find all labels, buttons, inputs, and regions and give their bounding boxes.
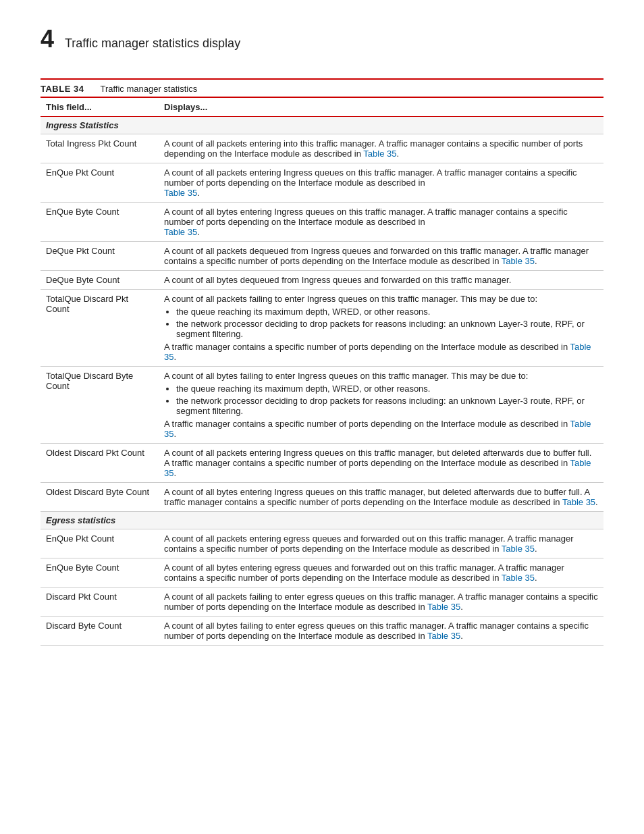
display-text: A count of all bytes failing to enter In… — [164, 371, 528, 381]
field-cell: Oldest Discard Pkt Count — [41, 444, 159, 483]
display-cell: A count of all bytes failing to enter In… — [159, 367, 603, 444]
field-cell: Total Ingress Pkt Count — [41, 134, 159, 163]
table-ref-link[interactable]: Table 35 — [502, 573, 535, 583]
bullet-item: the network processor deciding to drop p… — [176, 319, 598, 339]
table-row: Ingress Statistics — [41, 117, 603, 134]
table-label: TABLE 34 — [41, 84, 84, 94]
field-cell: TotalQue Discard Pkt Count — [41, 290, 159, 367]
field-cell: Oldest Discard Byte Count — [41, 483, 159, 512]
table-row: Oldest Discard Pkt CountA count of all p… — [41, 444, 603, 483]
table-ref-link[interactable]: Table 35 — [363, 149, 396, 159]
table-row: DeQue Pkt CountA count of all packets de… — [41, 242, 603, 271]
display-text: A count of all packets failing to enter … — [164, 294, 537, 304]
display-text: A count of all bytes entering Ingress qu… — [164, 487, 589, 507]
section-label: Ingress Statistics — [41, 117, 603, 134]
display-text: A count of all bytes dequeued from Ingre… — [164, 275, 511, 285]
table-row: EnQue Byte CountA count of all bytes ent… — [41, 203, 603, 242]
display-cell: A count of all bytes entering Ingress qu… — [159, 203, 603, 242]
section-label: Egress statistics — [41, 512, 603, 529]
table-label-row: TABLE 34 Traffic manager statistics — [41, 78, 603, 97]
display-cell: A count of all packets failing to enter … — [159, 290, 603, 367]
chapter-header: 4 Traffic manager statistics display — [41, 27, 603, 51]
table-ref-link[interactable]: Table 35 — [502, 544, 535, 554]
display-cell: A count of all packets dequeued from Ing… — [159, 242, 603, 271]
field-cell: Discard Byte Count — [41, 617, 159, 646]
field-cell: DeQue Byte Count — [41, 271, 159, 290]
table-row: EnQue Pkt CountA count of all packets en… — [41, 163, 603, 203]
table-row: TotalQue Discard Byte CountA count of al… — [41, 367, 603, 444]
table-row: Egress statistics — [41, 512, 603, 529]
chapter-number: 4 — [41, 27, 54, 51]
table-ref-link[interactable]: Table 35 — [562, 497, 595, 507]
display-text: A count of all bytes failing to enter eg… — [164, 621, 589, 641]
display-cell: A count of all bytes entering egress que… — [159, 558, 603, 588]
table-row: EnQue Pkt CountA count of all packets en… — [41, 529, 603, 558]
table-row: Oldest Discard Byte CountA count of all … — [41, 483, 603, 512]
display-text: A count of all packets entering Ingress … — [164, 167, 577, 188]
bullet-item: the queue reaching its maximum depth, WR… — [176, 384, 598, 394]
display-text: A count of all bytes entering Ingress qu… — [164, 207, 568, 227]
table-caption: Traffic manager statistics — [100, 84, 197, 94]
field-cell: EnQue Byte Count — [41, 203, 159, 242]
main-table: This field... Displays... Ingress Statis… — [41, 97, 603, 646]
table-ref-link[interactable]: Table 35 — [427, 631, 460, 641]
field-cell: EnQue Pkt Count — [41, 163, 159, 203]
table-row: Discard Byte CountA count of all bytes f… — [41, 617, 603, 646]
table-row: Total Ingress Pkt CountA count of all pa… — [41, 134, 603, 163]
table-ref-link[interactable]: Table 35 — [164, 188, 197, 198]
bullet-list: the queue reaching its maximum depth, WR… — [176, 307, 598, 339]
display-cell: A count of all packets failing to enter … — [159, 588, 603, 617]
col-display-header: Displays... — [159, 97, 603, 117]
bullet-list: the queue reaching its maximum depth, WR… — [176, 384, 598, 416]
chapter-title: Traffic manager statistics display — [65, 36, 240, 51]
table-ref-link[interactable]: Table 35 — [502, 256, 535, 266]
display-cell: A count of all packets entering egress q… — [159, 529, 603, 558]
field-cell: EnQue Pkt Count — [41, 529, 159, 558]
table-ref-link[interactable]: Table 35 — [427, 602, 460, 612]
field-cell: TotalQue Discard Byte Count — [41, 367, 159, 444]
display-text: A count of all packets entering Ingress … — [164, 448, 591, 468]
display-text-after: A traffic manager contains a specific nu… — [164, 342, 570, 352]
col-field-header: This field... — [41, 97, 159, 117]
table-header-row: This field... Displays... — [41, 97, 603, 117]
table-ref-link[interactable]: Table 35 — [164, 227, 197, 237]
table-row: TotalQue Discard Pkt CountA count of all… — [41, 290, 603, 367]
display-cell: A count of all packets entering Ingress … — [159, 444, 603, 483]
bullet-item: the queue reaching its maximum depth, WR… — [176, 307, 598, 317]
table-row: DeQue Byte CountA count of all bytes deq… — [41, 271, 603, 290]
display-text-after: A traffic manager contains a specific nu… — [164, 419, 570, 429]
display-cell: A count of all bytes failing to enter eg… — [159, 617, 603, 646]
display-text: A count of all packets failing to enter … — [164, 592, 598, 612]
table-container: TABLE 34 Traffic manager statistics This… — [41, 78, 603, 646]
display-cell: A count of all bytes entering Ingress qu… — [159, 483, 603, 512]
display-cell: A count of all bytes dequeued from Ingre… — [159, 271, 603, 290]
field-cell: EnQue Byte Count — [41, 558, 159, 588]
table-row: Discard Pkt CountA count of all packets … — [41, 588, 603, 617]
field-cell: Discard Pkt Count — [41, 588, 159, 617]
table-row: EnQue Byte CountA count of all bytes ent… — [41, 558, 603, 588]
bullet-item: the network processor deciding to drop p… — [176, 396, 598, 416]
field-cell: DeQue Pkt Count — [41, 242, 159, 271]
display-cell: A count of all packets entering Ingress … — [159, 163, 603, 203]
display-cell: A count of all packets entering into thi… — [159, 134, 603, 163]
